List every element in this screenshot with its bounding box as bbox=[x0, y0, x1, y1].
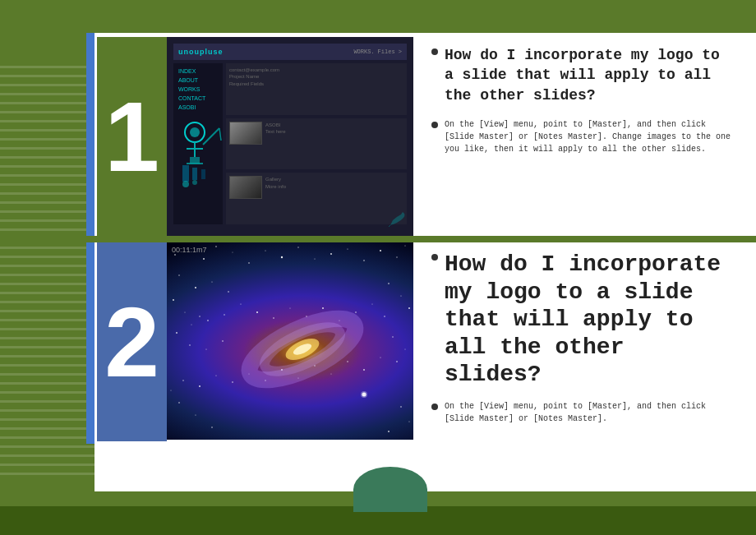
svg-point-16 bbox=[215, 246, 216, 247]
svg-point-37 bbox=[400, 295, 401, 296]
svg-point-55 bbox=[222, 340, 224, 342]
svg-point-54 bbox=[205, 348, 206, 349]
content-block-1: contact@example.comProject NameRequired … bbox=[226, 63, 407, 115]
right-content: contact@example.comProject NameRequired … bbox=[226, 63, 407, 224]
svg-point-32 bbox=[228, 291, 229, 293]
bullet-dot-1 bbox=[431, 48, 438, 55]
svg-point-53 bbox=[189, 344, 190, 345]
fake-website: unoupluse WORKS. Files > INDEX ABOUT WOR… bbox=[167, 37, 413, 236]
stars-svg bbox=[167, 242, 413, 440]
svg-point-76 bbox=[400, 406, 402, 408]
menu-item-index: INDEX bbox=[178, 68, 218, 74]
svg-point-69 bbox=[215, 375, 216, 376]
heading-2: How do I incorporate my logo to a slide … bbox=[445, 251, 731, 389]
bullet-dot-2 bbox=[431, 254, 438, 261]
svg-point-84 bbox=[361, 391, 367, 398]
website-logo: unoupluse bbox=[178, 48, 224, 56]
svg-point-28 bbox=[405, 246, 406, 247]
svg-point-23 bbox=[330, 253, 332, 255]
svg-point-34 bbox=[185, 312, 186, 313]
body-text-2: On the [View] menu, point to [Master], a… bbox=[445, 400, 731, 425]
menu-item-about: ABOUT bbox=[178, 77, 218, 83]
top-bar bbox=[0, 0, 756, 33]
bullet-dot-1b bbox=[431, 122, 438, 128]
galaxy-container: 00:11:1m7 bbox=[167, 242, 413, 440]
svg-point-25 bbox=[363, 260, 365, 261]
text-area-1: How do I incorporate my logo to a slide … bbox=[419, 37, 744, 236]
row-divider bbox=[0, 236, 756, 242]
svg-point-31 bbox=[211, 281, 212, 282]
svg-point-50 bbox=[207, 320, 209, 321]
svg-point-1 bbox=[190, 127, 200, 137]
svg-point-78 bbox=[388, 431, 390, 432]
left-sidebar bbox=[0, 33, 94, 493]
svg-rect-7 bbox=[192, 168, 197, 180]
text-area-2: How do I incorporate my logo to a slide … bbox=[419, 242, 744, 441]
svg-point-27 bbox=[396, 256, 397, 257]
svg-point-10 bbox=[192, 180, 197, 185]
svg-point-49 bbox=[224, 314, 224, 315]
bullet-item-1-heading: How do I incorporate my logo to a slide … bbox=[431, 45, 731, 112]
thumbnail-1 bbox=[229, 122, 262, 145]
svg-point-18 bbox=[248, 262, 250, 264]
svg-point-38 bbox=[408, 307, 410, 309]
svg-point-60 bbox=[363, 369, 365, 371]
content-area: INDEX ABOUT WORKS CONTACT ASOBI bbox=[173, 63, 407, 224]
left-menu: INDEX ABOUT WORKS CONTACT ASOBI bbox=[173, 63, 223, 224]
content-text-2: ASOBIText here bbox=[265, 122, 286, 136]
bullet-item-2-heading: How do I incorporate my logo to a slide … bbox=[431, 251, 731, 394]
content-block-2: ASOBIText here bbox=[226, 118, 407, 170]
menu-item-works: WORKS bbox=[178, 86, 218, 92]
sidebar-blue-accent-2 bbox=[86, 238, 94, 444]
number-1-label: 1 bbox=[104, 87, 159, 186]
svg-point-58 bbox=[396, 361, 398, 362]
heading-1: How do I incorporate my logo to a slide … bbox=[445, 45, 731, 105]
image-panel-2: 00:11:1m7 bbox=[167, 242, 413, 440]
svg-point-72 bbox=[171, 390, 172, 391]
svg-rect-4 bbox=[190, 157, 200, 164]
nav-link-files: Files > bbox=[378, 48, 402, 55]
svg-point-35 bbox=[199, 316, 200, 316]
nav-bar: unoupluse WORKS. Files > bbox=[173, 44, 407, 60]
svg-rect-6 bbox=[182, 165, 189, 182]
svg-point-47 bbox=[256, 311, 258, 313]
bullet-item-2-body: On the [View] menu, point to [Master], a… bbox=[431, 400, 731, 425]
body-text-1: On the [View] menu, point to [Master], a… bbox=[445, 118, 731, 155]
svg-point-51 bbox=[191, 325, 192, 325]
content-text-1: contact@example.comProject NameRequired … bbox=[229, 67, 403, 87]
number-box-2: 2 bbox=[97, 242, 167, 441]
svg-point-62 bbox=[331, 374, 332, 375]
robot-illustration bbox=[178, 120, 224, 194]
svg-rect-8 bbox=[201, 169, 205, 179]
svg-point-56 bbox=[392, 336, 393, 337]
svg-point-41 bbox=[355, 311, 357, 313]
svg-point-77 bbox=[408, 421, 409, 422]
svg-point-29 bbox=[178, 274, 179, 275]
svg-point-75 bbox=[211, 427, 212, 427]
svg-point-15 bbox=[203, 258, 205, 260]
svg-point-26 bbox=[380, 250, 381, 251]
slide-container: 1 2 unoupluse WORKS. Files > INDEX ABOUT… bbox=[0, 0, 756, 535]
svg-point-13 bbox=[174, 254, 176, 256]
svg-point-22 bbox=[315, 259, 316, 260]
svg-point-61 bbox=[347, 361, 348, 362]
nav-link-works: WORKS. bbox=[353, 48, 374, 55]
svg-point-9 bbox=[182, 181, 189, 187]
svg-point-52 bbox=[176, 332, 177, 334]
sidebar-lines bbox=[0, 66, 94, 526]
svg-point-33 bbox=[173, 299, 174, 301]
svg-point-43 bbox=[322, 307, 324, 309]
svg-point-59 bbox=[380, 357, 380, 357]
number-box-1: 1 bbox=[97, 37, 167, 236]
image-panel-1: unoupluse WORKS. Files > INDEX ABOUT WOR… bbox=[167, 37, 413, 236]
svg-point-40 bbox=[372, 304, 373, 305]
svg-line-11 bbox=[203, 128, 219, 145]
content-block-3: GalleryMore info bbox=[226, 173, 407, 224]
svg-point-19 bbox=[265, 250, 265, 251]
sidebar-blue-accent-1 bbox=[86, 33, 94, 237]
svg-point-30 bbox=[195, 287, 196, 288]
svg-point-73 bbox=[178, 402, 180, 404]
svg-line-12 bbox=[219, 128, 221, 141]
svg-point-57 bbox=[405, 349, 406, 350]
content-text-3: GalleryMore info bbox=[265, 176, 286, 190]
